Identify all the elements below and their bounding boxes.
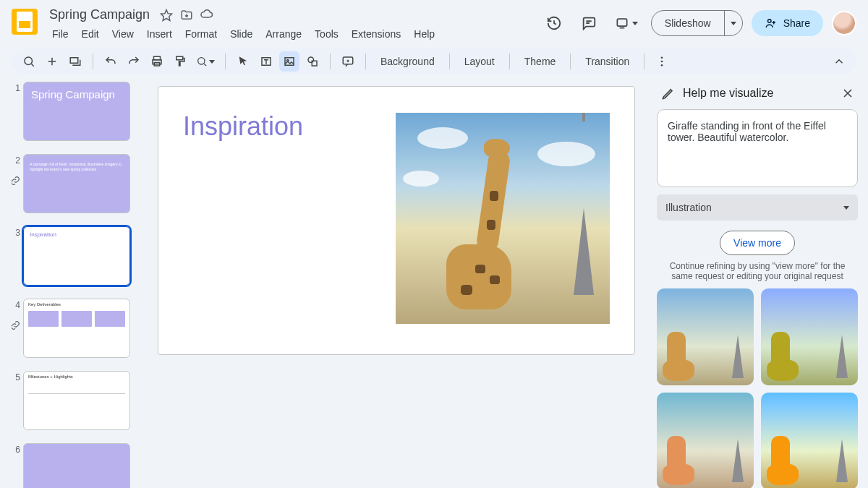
chevron-down-icon	[731, 22, 736, 25]
menu-tools[interactable]: Tools	[309, 25, 344, 43]
result-image-2[interactable]	[761, 288, 858, 385]
filmstrip[interactable]: 1 Spring Campaign 2 A campaign full of f…	[12, 82, 139, 488]
svg-point-17	[661, 61, 663, 63]
menu-help[interactable]: Help	[408, 25, 441, 43]
background-button[interactable]: Background	[373, 56, 442, 67]
results-grid	[657, 288, 858, 488]
svg-point-13	[308, 57, 314, 63]
share-button[interactable]: Share	[752, 10, 823, 36]
menu-file[interactable]: File	[46, 25, 75, 43]
svg-point-18	[661, 64, 663, 67]
panel-title: Help me visualize	[683, 87, 833, 100]
thumb-title: Inspiration	[24, 227, 129, 242]
result-image-3[interactable]	[657, 393, 754, 488]
slide-thumb-1[interactable]: Spring Campaign	[23, 82, 130, 141]
menu-arrange[interactable]: Arrange	[260, 25, 307, 43]
menu-extensions[interactable]: Extensions	[346, 25, 407, 43]
thumb-text: A campaign full of fresh, fantastical, i…	[24, 155, 129, 179]
present-dropdown-icon[interactable]	[610, 10, 642, 36]
select-tool[interactable]	[233, 51, 253, 72]
thumb-title: Spring Campaign	[24, 82, 129, 107]
chevron-down-icon	[632, 22, 638, 25]
view-more-button[interactable]: View more	[720, 231, 795, 255]
redo-button[interactable]	[124, 51, 144, 72]
more-icon[interactable]	[652, 51, 672, 72]
avatar[interactable]	[832, 11, 856, 35]
comment-button[interactable]	[338, 51, 358, 72]
slideshow-button[interactable]: Slideshow	[652, 11, 724, 35]
svg-point-9	[198, 58, 205, 64]
print-button[interactable]	[147, 51, 167, 72]
thumb-number: 2	[12, 154, 20, 166]
chevron-down-icon	[843, 206, 849, 210]
menu-bar: File Edit View Insert Format Slide Arran…	[46, 25, 532, 43]
prompt-input[interactable]: Giraffe standing in front of the Eiffel …	[657, 109, 858, 187]
menu-insert[interactable]: Insert	[141, 25, 178, 43]
cloud-status-icon[interactable]	[200, 9, 213, 22]
thumb-number: 3	[12, 226, 20, 238]
chevron-down-icon	[209, 60, 215, 64]
pencil-icon	[661, 86, 676, 100]
paint-format-button[interactable]	[170, 51, 190, 72]
slide-thumb-2[interactable]: A campaign full of fresh, fantastical, i…	[23, 154, 130, 213]
theme-button[interactable]: Theme	[517, 56, 563, 67]
transition-button[interactable]: Transition	[578, 56, 637, 67]
svg-point-16	[661, 56, 663, 59]
menu-view[interactable]: View	[106, 25, 140, 43]
search-icon[interactable]	[19, 51, 39, 72]
toolbar: Background Layout Theme Transition	[12, 48, 856, 74]
star-icon[interactable]	[160, 9, 173, 22]
menu-edit[interactable]: Edit	[76, 25, 105, 43]
link-icon	[12, 320, 20, 330]
move-folder-icon[interactable]	[180, 9, 193, 22]
zoom-dropdown[interactable]	[193, 51, 218, 72]
close-icon[interactable]	[841, 86, 855, 100]
style-select[interactable]: Illustration	[657, 194, 858, 221]
slideshow-dropdown[interactable]	[724, 11, 742, 35]
slide-thumb-5[interactable]: Milestones + Highlights	[23, 371, 130, 430]
result-image-4[interactable]	[761, 393, 858, 488]
svg-rect-4	[70, 58, 78, 64]
undo-button[interactable]	[101, 51, 121, 72]
svg-marker-0	[161, 9, 172, 20]
svg-rect-1	[617, 19, 626, 26]
thumb-number: 1	[12, 82, 20, 93]
new-slide-button[interactable]	[42, 51, 62, 72]
thumb-number: 6	[12, 443, 20, 455]
style-selected: Illustration	[665, 202, 712, 213]
svg-point-2	[767, 20, 771, 23]
image-tool[interactable]	[279, 51, 299, 72]
help-me-visualize-panel: Help me visualize Giraffe standing in fr…	[654, 82, 868, 488]
svg-point-3	[25, 57, 33, 65]
link-icon	[12, 176, 20, 186]
thumb-title: Key Deliverables	[24, 299, 129, 309]
history-icon[interactable]	[541, 10, 567, 36]
share-label: Share	[783, 17, 810, 29]
slide-thumb-6[interactable]	[23, 443, 130, 488]
document-title[interactable]: Spring Campaign	[46, 6, 153, 24]
refine-hint: Continue refining by using "view more" f…	[657, 261, 858, 288]
slide-thumb-4[interactable]: Key Deliverables	[23, 299, 130, 358]
textbox-tool[interactable]	[256, 51, 276, 72]
slides-logo[interactable]	[12, 9, 38, 35]
menu-slide[interactable]: Slide	[224, 25, 258, 43]
menu-format[interactable]: Format	[179, 25, 223, 43]
new-slide-layout-dropdown[interactable]	[65, 51, 85, 72]
slide-image[interactable]	[396, 113, 610, 324]
thumb-title: Milestones + Highlights	[24, 372, 129, 382]
result-image-1[interactable]	[657, 288, 754, 385]
thumb-number: 4	[12, 299, 20, 310]
slide-thumb-3[interactable]: Inspiration	[23, 226, 130, 286]
svg-rect-11	[285, 58, 294, 66]
collapse-toolbar-icon[interactable]	[829, 51, 849, 72]
slide-canvas[interactable]: Inspiration	[158, 86, 635, 355]
shape-tool[interactable]	[302, 51, 323, 72]
comments-icon[interactable]	[576, 10, 602, 36]
layout-button[interactable]: Layout	[457, 56, 502, 67]
thumb-number: 5	[12, 371, 20, 382]
svg-rect-8	[176, 56, 183, 60]
